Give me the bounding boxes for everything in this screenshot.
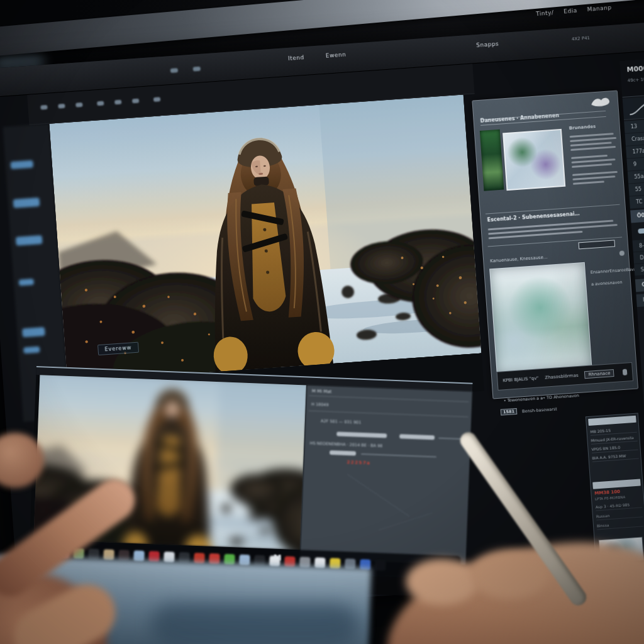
radio-button[interactable]	[619, 250, 625, 256]
property-row[interactable]: 8-toom	[633, 234, 644, 252]
chrome-icon[interactable]	[170, 68, 178, 73]
forest-thumbnail[interactable]	[480, 130, 504, 191]
dock-app-icon[interactable]	[73, 548, 84, 559]
scratch-line	[379, 513, 433, 530]
bullet-item[interactable]: • TO Ahenenaven	[543, 393, 579, 401]
timeline-row: A2F 501 — 031 901	[321, 418, 362, 425]
history-header-bar[interactable]	[592, 479, 641, 489]
divider	[309, 396, 469, 402]
hero-photo	[49, 95, 481, 382]
dock-app-icon[interactable]	[375, 559, 386, 570]
history-thumbnail[interactable]	[599, 536, 644, 564]
sidebar-button[interactable]	[22, 327, 45, 337]
history-row[interactable]: VPDS BN 185.0	[591, 444, 638, 453]
timeline-row: HS NEOENENBHA · 2014 BE · BA 98	[309, 441, 382, 448]
count-badge: 1581	[501, 408, 518, 416]
properties-rows: 13Crasa177a955a55TC	[624, 115, 644, 209]
tool-icon[interactable]	[97, 101, 104, 106]
footer-segment: Zhasosblörmas	[545, 373, 579, 380]
timeline-slider[interactable]	[399, 434, 435, 440]
menu-item[interactable]: Tinty/	[536, 9, 554, 17]
curves-icon	[628, 99, 644, 117]
feed-card-title: Daneusenes · Annabenenen	[480, 109, 606, 126]
timeline-slider[interactable]	[330, 450, 356, 456]
tab-ewenn[interactable]: Ewenn	[326, 51, 347, 58]
tool-icon[interactable]	[114, 100, 121, 105]
timeline-slider[interactable]	[336, 431, 387, 438]
history-rows-2: Asp 3 · 45-RD 985RussanBinssa	[596, 501, 644, 533]
text-line	[573, 180, 604, 184]
tool-icon[interactable]	[132, 99, 139, 104]
photo-canvas[interactable]: Evereww	[49, 95, 481, 382]
text-line	[571, 155, 608, 159]
history-red-suffix: LPTA PE-MORBNA	[595, 495, 625, 501]
properties-rows-2: 8-toomDasaSnezu	[633, 234, 644, 276]
text-line	[570, 142, 612, 147]
tool-icon[interactable]	[153, 97, 160, 102]
history-row[interactable]: Mmuad JX-ER-ravensta	[591, 435, 638, 445]
history-header-bar[interactable]	[588, 416, 636, 426]
sidebar-button[interactable]	[10, 160, 33, 169]
chrome-meta: 4X2 P41	[572, 35, 591, 42]
divider	[309, 411, 469, 418]
tab-itend[interactable]: Itend	[288, 54, 304, 62]
scratch-line	[347, 474, 410, 516]
side-line: Ensaree	[609, 267, 626, 274]
sidebar-button[interactable]	[13, 197, 40, 208]
slider-track[interactable]	[361, 453, 436, 458]
desk-shadow	[151, 604, 358, 644]
history-row[interactable]: MB 205-15	[590, 426, 637, 436]
history-rows: MB 205-15Mmuad JX-ER-ravenstaVPDS BN 185…	[590, 426, 639, 465]
text-line	[570, 146, 616, 151]
history-row[interactable]: Asp 3 · 45-RD 985	[596, 501, 643, 511]
input-box[interactable]	[579, 240, 616, 249]
chrome-icon[interactable]	[193, 67, 201, 72]
timeline-header: M Mi Mat	[312, 389, 332, 394]
history-row[interactable]: BIA A.A. 9753 MW	[592, 453, 639, 462]
hero-photo-blurred	[33, 375, 306, 550]
properties-subtitle: 49c+ 10k	[628, 77, 644, 83]
feed-side-lines: EnsannerEnsareeBava a avenesnaven	[590, 262, 628, 288]
timeline-row: H 18049	[311, 402, 329, 408]
footer-button[interactable]: Rhnanace	[584, 369, 614, 379]
menu-item[interactable]: Edia	[564, 8, 577, 15]
mic-icon[interactable]	[623, 369, 628, 375]
side-line: Ensanner	[591, 269, 610, 275]
dock-app-icon[interactable]	[58, 547, 69, 558]
tool-icon[interactable]	[75, 103, 82, 108]
history-panel: MB 205-15Mmuad JX-ER-ravenstaVPDS BN 185…	[586, 413, 644, 567]
badge-label: Bensh-basewarst	[522, 406, 557, 414]
slider-track[interactable]	[438, 438, 466, 440]
laptop-photo-preview	[33, 375, 306, 550]
properties-title: M000	[626, 64, 644, 74]
tool-icon[interactable]	[58, 104, 65, 109]
text-line	[572, 175, 615, 180]
dock-m-app-label[interactable]: M	[273, 553, 282, 562]
sidebar-button[interactable]	[16, 235, 43, 246]
sidebar-button[interactable]	[23, 347, 40, 354]
scene: Tinty/EdiaMananp	[0, 0, 644, 644]
feed-text-block	[569, 130, 619, 187]
feed-column-head: Brunandes	[569, 124, 596, 131]
dock-app-icon[interactable]	[43, 547, 54, 558]
timeline-panel: M Mi Mat H 18049 A2F 501 — 031 901 HS NE…	[300, 385, 472, 565]
tool-icon[interactable]	[40, 105, 47, 110]
architecture-thumbnail[interactable]	[502, 129, 565, 191]
footer-segment: KPBI BJALIS "qv"	[502, 375, 539, 383]
bullet-item[interactable]: • Tewenenaven a a	[504, 396, 543, 403]
text-line	[572, 163, 612, 167]
properties-header: M000 49c+ 10k	[620, 55, 644, 97]
progress-fill	[638, 225, 644, 234]
sidebar-button[interactable]	[18, 279, 34, 286]
menu-item[interactable]: Mananp	[587, 4, 612, 13]
history-row[interactable]: Russan	[596, 511, 643, 520]
winter-thumbnail[interactable]	[489, 262, 592, 374]
timeline-warning-text: 22257a	[347, 460, 370, 465]
progress-bar[interactable]	[638, 224, 644, 234]
feed-panel-title: Snapps	[476, 40, 499, 48]
feed-section-label: Kanuenause, Knessause…	[490, 255, 548, 264]
history-row[interactable]: Binssa	[597, 520, 644, 530]
feed-panel: Daneusenes · Annabenenen Brunandes Escen…	[472, 91, 638, 399]
history-red-row[interactable]: MM38 100	[594, 489, 620, 496]
dove-icon	[589, 94, 612, 110]
